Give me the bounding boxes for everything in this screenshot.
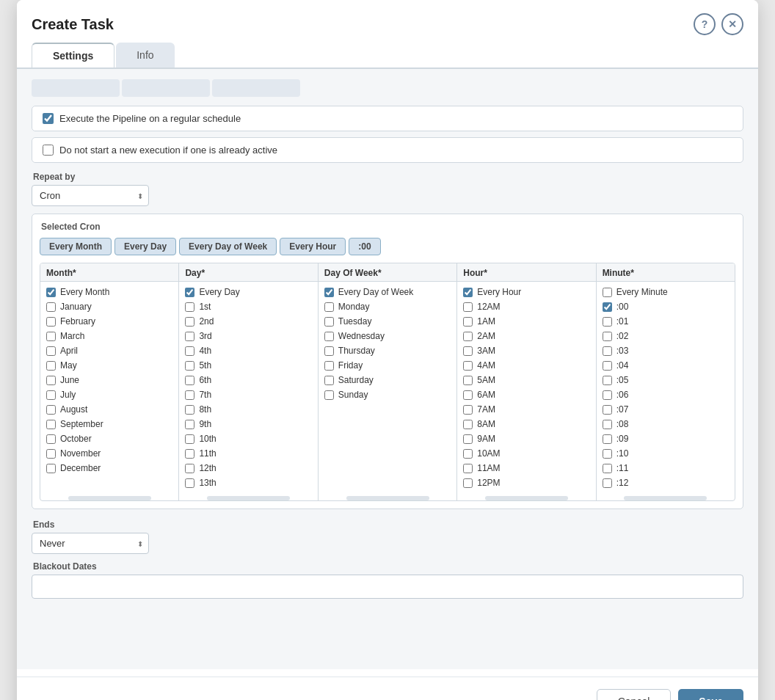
day-7th-checkbox[interactable] [185, 390, 194, 400]
repeat-by-select[interactable]: Cron Interval Fixed Time [32, 185, 149, 206]
list-item: 11AM [457, 461, 595, 475]
day-1st-checkbox[interactable] [185, 302, 194, 312]
top-subtab-3[interactable] [212, 79, 300, 97]
dow-thursday-checkbox[interactable] [324, 346, 334, 356]
day-13th-checkbox[interactable] [185, 478, 194, 488]
day-12th-checkbox[interactable] [185, 464, 194, 473]
hour-8am-checkbox[interactable] [463, 420, 473, 429]
cron-tag-every-day[interactable]: Every Day [114, 238, 176, 255]
day-11th-checkbox[interactable] [185, 449, 194, 459]
month-may-checkbox[interactable] [46, 361, 56, 371]
tab-info[interactable]: Info [116, 43, 174, 68]
minute-12-checkbox[interactable] [603, 478, 612, 488]
minute-every-checkbox[interactable] [603, 288, 612, 297]
hour-12am-checkbox[interactable] [463, 302, 473, 312]
month-february-checkbox[interactable] [46, 317, 56, 327]
execute-pipeline-checkbox[interactable] [43, 113, 54, 124]
no-new-execution-checkbox[interactable] [43, 145, 54, 156]
hour-7am-checkbox[interactable] [463, 405, 473, 415]
day-9th-checkbox[interactable] [185, 420, 194, 429]
cancel-button[interactable]: Cancel [597, 689, 672, 700]
list-item: May [40, 358, 178, 373]
list-item: 3AM [457, 343, 595, 358]
hour-5am-checkbox[interactable] [463, 376, 473, 385]
minute-07-checkbox[interactable] [603, 405, 612, 415]
dow-wednesday-checkbox[interactable] [324, 332, 334, 341]
list-item: August [40, 402, 178, 417]
top-subtab-1[interactable] [32, 79, 120, 97]
top-subtab-2[interactable] [122, 79, 210, 97]
month-august-checkbox[interactable] [46, 405, 56, 415]
day-10th-checkbox[interactable] [185, 434, 194, 444]
ends-select-wrapper: Never On Date After N Executions [32, 533, 149, 554]
hour-6am-checkbox[interactable] [463, 390, 473, 400]
month-september-checkbox[interactable] [46, 420, 56, 429]
month-column: Month* Every Month January February Marc… [40, 263, 179, 500]
day-every-day-checkbox[interactable] [185, 288, 194, 297]
cron-tag-minute[interactable]: :00 [349, 238, 380, 255]
day-5th-checkbox[interactable] [185, 361, 194, 371]
month-col-body[interactable]: Every Month January February March April… [40, 282, 178, 495]
dow-tuesday-checkbox[interactable] [324, 317, 334, 327]
cron-columns: Month* Every Month January February Marc… [40, 263, 735, 501]
help-button[interactable]: ? [694, 13, 716, 35]
dow-monday-checkbox[interactable] [324, 302, 334, 312]
cron-tag-every-hour[interactable]: Every Hour [280, 238, 346, 255]
month-july-checkbox[interactable] [46, 390, 56, 400]
minute-08-checkbox[interactable] [603, 420, 612, 429]
minute-11-checkbox[interactable] [603, 464, 612, 473]
list-item: 12AM [457, 299, 595, 314]
save-button[interactable]: Save [678, 689, 743, 700]
minute-00-checkbox[interactable] [603, 302, 612, 312]
day-6th-checkbox[interactable] [185, 376, 194, 385]
blackout-dates-input[interactable] [32, 575, 743, 599]
list-item: :09 [597, 431, 735, 446]
hour-11am-checkbox[interactable] [463, 464, 473, 473]
minute-03-checkbox[interactable] [603, 346, 612, 356]
month-june-checkbox[interactable] [46, 376, 56, 385]
minute-02-checkbox[interactable] [603, 332, 612, 341]
month-january-checkbox[interactable] [46, 302, 56, 312]
dow-sunday-checkbox[interactable] [324, 390, 334, 400]
day-2nd-checkbox[interactable] [185, 317, 194, 327]
hour-1am-checkbox[interactable] [463, 317, 473, 327]
day-3rd-checkbox[interactable] [185, 332, 194, 341]
dow-saturday-checkbox[interactable] [324, 376, 334, 385]
minute-01-checkbox[interactable] [603, 317, 612, 327]
list-item: 1AM [457, 314, 595, 329]
dow-col-body[interactable]: Every Day of Week Monday Tuesday Wednesd… [319, 282, 456, 495]
hour-3am-checkbox[interactable] [463, 346, 473, 356]
minute-06-checkbox[interactable] [603, 390, 612, 400]
hour-col-body[interactable]: Every Hour 12AM 1AM 2AM 3AM 4AM 5AM 6AM … [457, 282, 595, 495]
hour-9am-checkbox[interactable] [463, 434, 473, 444]
ends-select[interactable]: Never On Date After N Executions [32, 533, 149, 554]
minute-04-checkbox[interactable] [603, 361, 612, 371]
cron-tags: Every Month Every Day Every Day of Week … [40, 238, 735, 255]
minute-10-checkbox[interactable] [603, 449, 612, 459]
hour-12pm-checkbox[interactable] [463, 478, 473, 488]
cron-tag-every-day-of-week[interactable]: Every Day of Week [179, 238, 277, 255]
day-8th-checkbox[interactable] [185, 405, 194, 415]
tab-settings[interactable]: Settings [32, 43, 114, 68]
list-item: 8th [179, 402, 317, 417]
hour-4am-checkbox[interactable] [463, 361, 473, 371]
minute-09-checkbox[interactable] [603, 434, 612, 444]
dow-every-checkbox[interactable] [324, 288, 334, 297]
day-col-body[interactable]: Every Day 1st 2nd 3rd 4th 5th 6th 7th 8t… [179, 282, 317, 495]
minute-col-body[interactable]: Every Minute :00 :01 :02 :03 :04 :05 :06… [597, 282, 735, 495]
hour-2am-checkbox[interactable] [463, 332, 473, 341]
day-4th-checkbox[interactable] [185, 346, 194, 356]
hour-every-checkbox[interactable] [463, 288, 473, 297]
month-march-checkbox[interactable] [46, 332, 56, 341]
hour-10am-checkbox[interactable] [463, 449, 473, 459]
dow-friday-checkbox[interactable] [324, 361, 334, 371]
minute-05-checkbox[interactable] [603, 376, 612, 385]
close-button[interactable]: ✕ [721, 13, 743, 35]
cron-tag-every-month[interactable]: Every Month [40, 238, 112, 255]
list-item: Every Day [179, 285, 317, 299]
month-october-checkbox[interactable] [46, 434, 56, 444]
month-november-checkbox[interactable] [46, 449, 56, 459]
month-december-checkbox[interactable] [46, 464, 56, 473]
month-every-month-checkbox[interactable] [46, 288, 56, 297]
month-april-checkbox[interactable] [46, 346, 56, 356]
